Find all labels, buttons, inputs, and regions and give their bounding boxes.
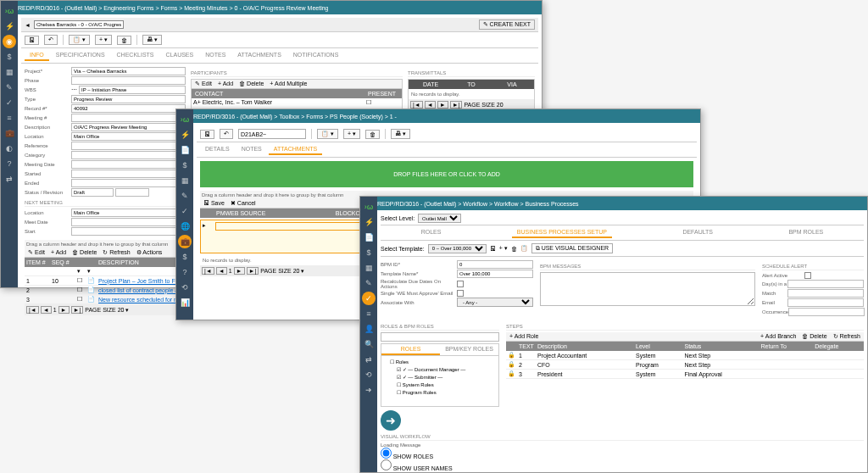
subtab-defaults[interactable]: DEFAULTS	[677, 227, 718, 238]
step-row[interactable]: 🔒3PresidentSystemFinal Approval	[506, 370, 864, 379]
arrow-next-button[interactable]: ➜	[381, 410, 401, 431]
save-button[interactable]: 🖫	[490, 246, 496, 252]
copy-button[interactable]: 📋	[520, 245, 528, 252]
input-occ[interactable]	[788, 308, 865, 316]
pg-next[interactable]: ►	[58, 306, 70, 314]
tab-notes[interactable]: NOTES	[200, 50, 231, 61]
nav-help-icon[interactable]: ?	[178, 265, 192, 279]
input-match[interactable]	[787, 289, 864, 298]
nav-case-icon[interactable]: 💼	[3, 126, 16, 140]
record-selector[interactable]: Chelsea Barracks - 0 - O/A/C Progres	[34, 20, 124, 29]
nav-check-icon[interactable]: ✓	[3, 96, 16, 109]
input-started[interactable]	[71, 170, 186, 178]
bpmroles-tab[interactable]: BPM/KEY ROLES	[440, 344, 498, 355]
nav-edit-icon[interactable]: ✎	[3, 81, 16, 94]
pg-prev[interactable]: ◄	[216, 267, 227, 275]
input-record[interactable]	[71, 104, 186, 113]
pg-first[interactable]: |◄	[410, 101, 423, 109]
participant-row[interactable]: A+ Electric, Inc. – Tom Walker☐	[192, 98, 402, 108]
g-delete[interactable]: 🗑 Delete	[70, 249, 98, 256]
pg-prev[interactable]: ◄	[41, 306, 52, 314]
input-location[interactable]	[71, 132, 186, 141]
p-delete-button[interactable]: 🗑 Delete	[237, 81, 265, 87]
radio-show-users[interactable]	[381, 459, 392, 470]
chk-recalc[interactable]	[457, 281, 464, 287]
nav-bolt-icon[interactable]: ⚡	[3, 19, 16, 33]
delete-button[interactable]: 🗑	[365, 130, 380, 139]
tab-attachments[interactable]: ATTACHMENTS	[232, 50, 286, 61]
pg-last[interactable]: ►|	[247, 267, 259, 275]
nav-dot-icon[interactable]: ◐	[3, 142, 16, 155]
add-role-btn[interactable]: + Add Role	[508, 333, 540, 340]
nav-search-icon[interactable]: 🔍	[362, 337, 376, 351]
input-status[interactable]	[71, 188, 114, 197]
step-row[interactable]: 🔒2CFOProgramNext Step	[506, 360, 864, 370]
input-revision[interactable]	[115, 188, 149, 197]
pg-last[interactable]: ►|	[450, 101, 463, 109]
input-desc[interactable]	[71, 123, 186, 131]
nav-help-icon[interactable]: ?	[3, 157, 16, 170]
msg-textarea[interactable]	[540, 272, 755, 306]
tab-clauses[interactable]: CLAUSES	[161, 50, 199, 61]
step-row[interactable]: 🔒1Project AccountantSystemNext Step	[506, 351, 864, 360]
tab-checklists[interactable]: CHECKLISTS	[112, 50, 159, 61]
file-dropzone[interactable]: DROP FILES HERE OR CLICK TO ADD	[200, 161, 693, 187]
pg-next[interactable]: ►	[437, 101, 448, 109]
delete-button[interactable]: 🗑	[117, 36, 131, 45]
input-days[interactable]	[787, 280, 864, 288]
pg-prev[interactable]: ◄	[425, 101, 436, 109]
subtab-roles[interactable]: ROLES	[416, 227, 447, 238]
nav-dollar-icon[interactable]: $	[3, 50, 16, 64]
undo-button[interactable]: ↶	[220, 129, 233, 139]
add-button[interactable]: + ▾	[95, 35, 112, 45]
input-category[interactable]	[71, 151, 186, 159]
nav-doc-icon[interactable]: 📄	[178, 143, 192, 157]
g-actions[interactable]: ⚙ Actions	[135, 249, 164, 256]
g-refresh[interactable]: ↻ Refresh	[101, 249, 131, 256]
roles-tab[interactable]: ROLES	[381, 344, 440, 355]
template-select[interactable]: 0 – Over 100,000	[428, 244, 487, 253]
tab-specs[interactable]: SPECIFICATIONS	[51, 50, 110, 61]
nav-bolt-icon[interactable]: ⚡	[362, 215, 376, 229]
nav-active-icon[interactable]: ✓	[362, 292, 376, 305]
nav-dollar-icon[interactable]: $	[362, 246, 376, 259]
nav-chart-icon[interactable]: 📊	[178, 296, 192, 309]
logo-icon[interactable]: ›ω	[3, 4, 16, 18]
nav-arc-icon[interactable]: ⟲	[362, 368, 376, 381]
chk-single[interactable]	[457, 290, 464, 297]
tab-notifications[interactable]: NOTIFICATIONS	[288, 50, 344, 61]
steps-del-btn[interactable]: 🗑 Delete	[800, 333, 828, 340]
tree-node[interactable]: ☐ Roles	[383, 358, 497, 365]
roles-search[interactable]	[381, 332, 499, 342]
filter-input[interactable]	[238, 129, 306, 139]
back-icon[interactable]: ◄	[25, 22, 31, 28]
copy-button[interactable]: 📋 ▾	[69, 35, 90, 45]
tab-info[interactable]: INFO	[25, 50, 49, 61]
subtab-bp[interactable]: BUSINESS PROCESSES SETUP	[512, 227, 612, 238]
nav-list-icon[interactable]: ≡	[362, 307, 376, 320]
input-project[interactable]	[71, 67, 186, 75]
nav-grid-icon[interactable]: ▦	[178, 174, 192, 187]
tab-attachments[interactable]: ATTACHMENTS	[269, 144, 322, 155]
g-add[interactable]: + Add	[49, 249, 68, 256]
tree-node[interactable]: ☐ System Roles	[383, 381, 497, 388]
input-nstart[interactable]	[71, 227, 186, 236]
input-type[interactable]	[71, 95, 186, 103]
logo-icon[interactable]: ›ω	[178, 113, 192, 126]
add-branch-btn[interactable]: + Add Branch	[759, 333, 798, 340]
save-btn[interactable]: 🖫 Save	[202, 200, 226, 207]
select-assoc[interactable]: - Any -	[457, 298, 533, 307]
p-add-button[interactable]: + Add	[216, 81, 235, 87]
save-button[interactable]: 🖫	[200, 130, 214, 139]
nav-edit-icon[interactable]: ✎	[178, 189, 192, 203]
input-reference[interactable]	[71, 142, 186, 150]
input-nlocation[interactable]	[71, 209, 186, 217]
cancel-btn[interactable]: ✖ Cancel	[229, 200, 258, 207]
logo-icon[interactable]: ›ω	[362, 200, 376, 214]
add-button[interactable]: + ▾	[343, 129, 360, 139]
p-addmulti-button[interactable]: + Add Multiple	[268, 81, 309, 87]
chk-alert[interactable]	[804, 272, 811, 279]
tree-node[interactable]: ☐ Program Roles	[383, 388, 497, 396]
nav-dollar-icon[interactable]: $	[178, 159, 192, 172]
nav-active-icon[interactable]: 💼	[178, 235, 192, 248]
